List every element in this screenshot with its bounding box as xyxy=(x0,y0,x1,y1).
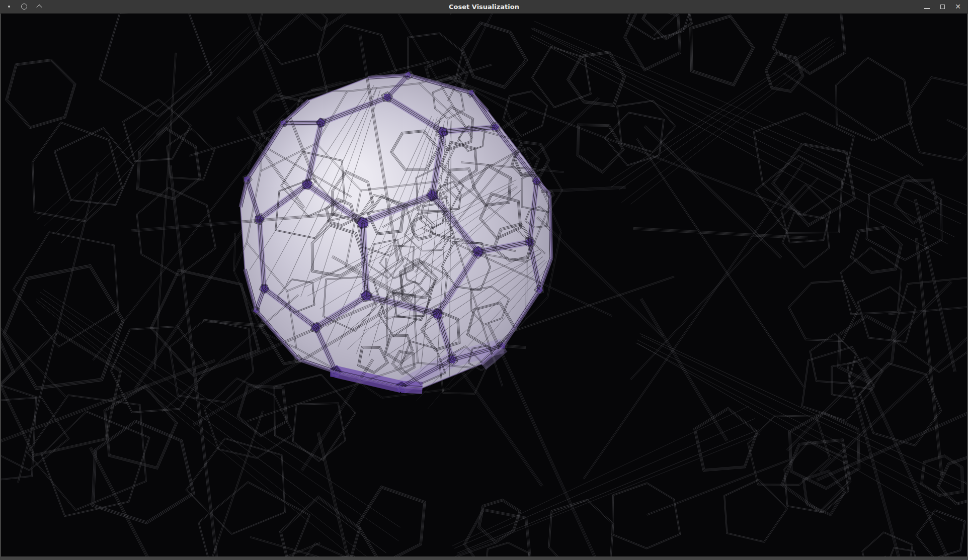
visualization-canvas[interactable] xyxy=(1,14,967,556)
titlebar-left-icons xyxy=(0,2,44,11)
app-window: Coset Visualization ✕ xyxy=(0,0,968,560)
window-title: Coset Visualization xyxy=(0,0,968,14)
circle-icon[interactable] xyxy=(20,2,29,11)
maximize-icon xyxy=(940,5,945,9)
maximize-button[interactable] xyxy=(938,2,947,11)
close-icon: ✕ xyxy=(955,3,961,10)
close-button[interactable]: ✕ xyxy=(953,2,962,11)
minimize-icon xyxy=(924,8,930,9)
minimize-button[interactable] xyxy=(922,2,931,11)
window-controls: ✕ xyxy=(922,2,968,11)
viewport-area xyxy=(0,14,968,560)
chevron-up-icon[interactable] xyxy=(35,2,44,11)
dot-icon[interactable] xyxy=(5,2,14,11)
titlebar: Coset Visualization ✕ xyxy=(0,0,968,14)
